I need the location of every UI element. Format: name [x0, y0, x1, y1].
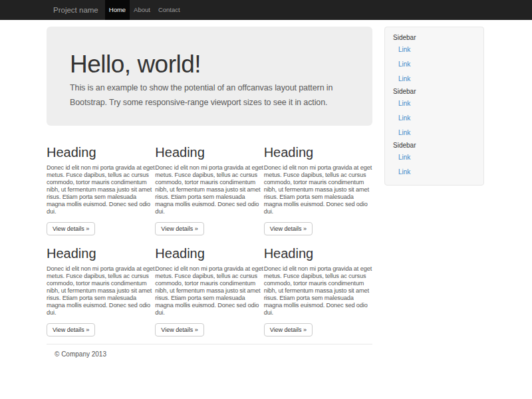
card-text: Donec id elit non mi porta gravida at eg… [47, 164, 155, 215]
sidebar: Sidebar LinkLinkLink Sidebar LinkLinkLin… [384, 27, 484, 186]
card-row-1: Heading Donec id elit non mi porta gravi… [47, 145, 372, 235]
content-card: Heading Donec id elit non mi porta gravi… [155, 145, 263, 235]
navbar-item-link[interactable]: Contact [154, 0, 184, 20]
sidebar-group-heading: Sidebar [385, 86, 483, 96]
navbar-item-link[interactable]: About [130, 0, 154, 20]
sidebar-link[interactable]: Link [385, 43, 483, 57]
sidebar-column: Sidebar LinkLinkLink Sidebar LinkLinkLin… [384, 20, 484, 358]
sidebar-link[interactable]: Link [385, 126, 483, 140]
jumbotron-description: This is an example to show the potential… [70, 80, 352, 110]
main-content: Hello, world! This is an example to show… [47, 20, 372, 358]
jumbotron: Hello, world! This is an example to show… [47, 27, 372, 126]
card-heading: Heading [155, 246, 263, 261]
page-container: Hello, world! This is an example to show… [47, 20, 485, 358]
view-details-button[interactable]: View details » [47, 323, 95, 336]
view-details-button[interactable]: View details » [47, 222, 95, 235]
navbar-brand[interactable]: Project name [47, 0, 105, 20]
card-text: Donec id elit non mi porta gravida at eg… [155, 265, 263, 317]
navbar-item[interactable]: Home [105, 0, 130, 20]
page-footer: © Company 2013 [47, 350, 372, 358]
sidebar-link[interactable]: Link [385, 72, 483, 86]
view-details-button[interactable]: View details » [155, 222, 203, 235]
top-navbar: Project name Home About Contact [0, 0, 532, 20]
navbar-item[interactable]: Contact [154, 0, 184, 20]
content-card: Heading Donec id elit non mi porta gravi… [264, 145, 372, 235]
sidebar-link[interactable]: Link [385, 57, 483, 72]
footer-divider [47, 344, 372, 344]
navbar-item-link[interactable]: Home [105, 0, 130, 20]
card-heading: Heading [264, 145, 372, 160]
sidebar-group-heading: Sidebar [385, 33, 483, 43]
copyright-text: © Company 2013 [55, 350, 372, 358]
sidebar-link[interactable]: Link [385, 111, 483, 126]
card-heading: Heading [155, 145, 263, 160]
navbar-item[interactable]: About [130, 0, 154, 20]
view-details-button[interactable]: View details » [155, 323, 203, 336]
sidebar-group: Sidebar LinkLink [385, 140, 483, 180]
card-row-2: Heading Donec id elit non mi porta gravi… [47, 246, 372, 336]
sidebar-link[interactable]: Link [385, 165, 483, 180]
card-text: Donec id elit non mi porta gravida at eg… [155, 164, 263, 215]
content-card: Heading Donec id elit non mi porta gravi… [47, 145, 155, 235]
view-details-button[interactable]: View details » [264, 222, 313, 235]
content-card: Heading Donec id elit non mi porta gravi… [47, 246, 155, 336]
card-text: Donec id elit non mi porta gravida at eg… [264, 164, 372, 215]
card-text: Donec id elit non mi porta gravida at eg… [264, 265, 372, 317]
navbar-menu: Home About Contact [105, 0, 184, 20]
card-heading: Heading [264, 246, 372, 261]
card-heading: Heading [47, 246, 155, 261]
sidebar-link[interactable]: Link [385, 150, 483, 165]
page-title: Hello, world! [70, 52, 352, 76]
view-details-button[interactable]: View details » [264, 323, 313, 336]
content-card: Heading Donec id elit non mi porta gravi… [155, 246, 263, 336]
sidebar-link[interactable]: Link [385, 96, 483, 111]
sidebar-group: Sidebar LinkLinkLink [385, 33, 483, 86]
card-heading: Heading [47, 145, 155, 160]
content-card: Heading Donec id elit non mi porta gravi… [264, 246, 372, 336]
card-text: Donec id elit non mi porta gravida at eg… [47, 265, 155, 317]
navbar-container: Project name Home About Contact [47, 0, 485, 20]
sidebar-group-heading: Sidebar [385, 140, 483, 150]
sidebar-group: Sidebar LinkLinkLink [385, 86, 483, 140]
